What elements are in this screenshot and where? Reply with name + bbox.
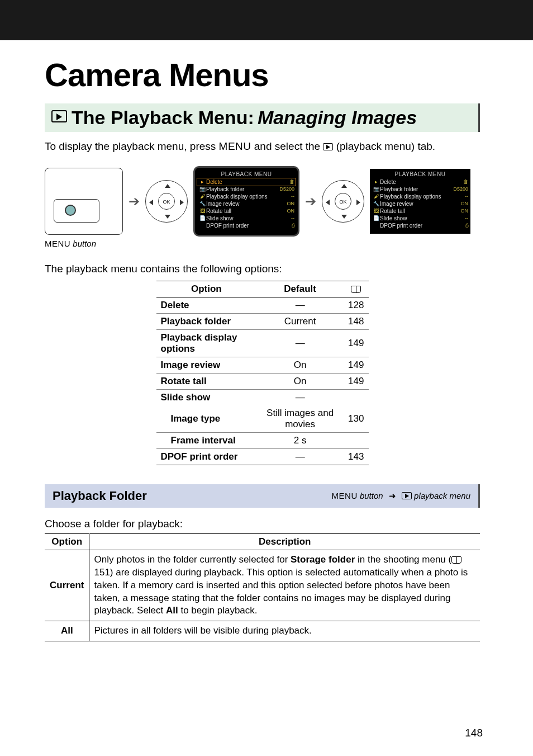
page-title: Camera Menus <box>45 56 480 93</box>
desc-text: Pictures in all folders will be visible … <box>89 621 480 641</box>
playback-icon <box>51 110 67 122</box>
lcd-row-icon: 🔧 <box>198 201 206 207</box>
opt-default: 2 s <box>256 432 344 448</box>
choose-folder-text: Choose a folder for playback: <box>45 518 480 530</box>
lcd-row-value: D5200 <box>451 186 468 192</box>
opt-name: Playback display options <box>156 329 257 357</box>
dpad-up-icon <box>165 184 170 188</box>
lcd-row-label: Slide show <box>206 215 278 221</box>
opt-name: Frame interval <box>156 432 257 448</box>
opt-default: On <box>256 357 344 373</box>
options-intro: The playback menu contains the following… <box>45 263 480 275</box>
desc-text: Only photos in the folder currently sele… <box>89 550 480 621</box>
opt-page <box>344 389 368 405</box>
intro-paragraph: To display the playback menu, press MENU… <box>45 140 480 154</box>
lcd-row-value: -- <box>278 215 294 221</box>
lcd-row-value: -- <box>278 193 294 200</box>
opt-default: Current <box>256 313 344 329</box>
desc-option: All <box>45 621 89 641</box>
lcd-row: DPOF print order⎙ <box>197 222 296 229</box>
lcd-row: 🖼Rotate tallON <box>371 207 469 215</box>
dpad-up-icon-2 <box>341 184 347 188</box>
dpad-diagram-1: OK <box>145 180 188 223</box>
lcd-row-icon: ▸ <box>372 179 380 185</box>
opt-page: 143 <box>344 448 368 465</box>
opt-name: Image type <box>156 405 257 433</box>
opt-page: 149 <box>344 329 368 357</box>
page-number: 148 <box>465 727 483 739</box>
camera-lens <box>65 205 76 216</box>
dpad-left-icon <box>149 200 153 205</box>
opt-page: 149 <box>344 373 368 389</box>
dpad-down-icon-2 <box>341 215 347 219</box>
dpad-right-icon <box>180 200 184 205</box>
lcd-row-icon <box>198 223 206 229</box>
opt-page <box>344 432 368 448</box>
lcd-row-label: DPOF print order <box>206 223 278 229</box>
opt-default: On <box>256 373 344 389</box>
lcd-row-icon: 🖼 <box>198 208 206 214</box>
menu-button-label: MENU <box>219 140 251 152</box>
lcd-row: 📷Playback folderD5200 <box>197 186 296 193</box>
opt-default: — <box>256 329 344 357</box>
description-table: Option Description CurrentOnly photos in… <box>45 533 480 642</box>
playback-tab-icon <box>323 143 333 150</box>
opt-default: — <box>256 297 344 313</box>
lcd-row-value: ON <box>278 201 294 207</box>
caption-button-word: button <box>70 239 96 248</box>
subsection-path: MENU button ➜ playback menu <box>332 491 470 501</box>
table-row: AllPictures in all folders will be visib… <box>45 621 480 641</box>
lcd-row-icon: 📄 <box>198 215 206 221</box>
dpad-left-icon-2 <box>326 200 330 205</box>
lcd-row-label: Playback folder <box>380 186 451 192</box>
lcd-title-2: PLAYBACK MENU <box>371 171 469 177</box>
lcd-row: DPOF print order⎙ <box>371 222 469 229</box>
opt-default: — <box>256 448 344 465</box>
lcd-row-label: Playback folder <box>206 186 278 192</box>
lcd-row: 🖌Playback display options-- <box>197 193 296 200</box>
lcd-screen-2: PLAYBACK MENU ▸Delete🗑📷Playback folderD5… <box>370 169 470 234</box>
menu-button-caption: MENU button <box>45 239 480 248</box>
lcd-row-label: Delete <box>206 179 278 185</box>
path-button-word: button <box>358 491 383 500</box>
lcd-row-icon: 📷 <box>372 186 380 192</box>
dpad-right-icon-2 <box>356 200 360 205</box>
opts-head-default: Default <box>256 281 344 297</box>
lcd-row-icon: ▸ <box>198 179 206 185</box>
lcd-row: ▸Delete🗑 <box>371 178 469 186</box>
intro-text-2: and select the <box>251 140 323 152</box>
lcd-row-label: Rotate tall <box>380 208 451 214</box>
lcd-screen-1: PLAYBACK MENU ▸Delete🗑📷Playback folderD5… <box>193 166 299 237</box>
lcd-row-label: Rotate tall <box>206 208 278 214</box>
table-row: CurrentOnly photos in the folder current… <box>45 550 480 621</box>
lcd-row: 📄Slide show-- <box>197 215 296 222</box>
lcd-row-value: ON <box>278 208 294 214</box>
intro-text-3: (playback menu) tab. <box>333 140 435 152</box>
subsection-bar: Playback Folder MENU button ➜ playback m… <box>45 484 480 508</box>
book-icon <box>351 286 361 293</box>
lcd-row: 🖼Rotate tallON <box>197 207 296 215</box>
opts-head-page <box>344 281 368 297</box>
desc-head-description: Description <box>89 533 480 550</box>
lcd-row: 🔧Image reviewON <box>371 200 469 207</box>
book-icon <box>451 556 461 564</box>
desc-head-option: Option <box>45 533 89 550</box>
dpad-diagram-2: OK <box>322 180 364 223</box>
header-black-bar <box>0 0 533 40</box>
desc-option: Current <box>45 550 89 621</box>
arrow-right-icon: ➔ <box>129 193 140 209</box>
lcd-row-label: Image review <box>380 201 451 207</box>
camera-diagram <box>45 168 123 235</box>
opt-page: 130 <box>344 405 368 433</box>
opts-head-option: Option <box>156 281 257 297</box>
diagram-row: ➔ OK PLAYBACK MENU ▸Delete🗑📷Playback fol… <box>45 166 480 237</box>
opt-page: 148 <box>344 313 368 329</box>
path-playback-label: playback menu <box>412 491 470 500</box>
opt-name: Delete <box>156 297 257 313</box>
path-menu-word: MENU <box>332 491 358 500</box>
lcd-row-icon: 🖌 <box>372 193 380 200</box>
section-heading-bold: The Playback Menu: <box>72 107 254 129</box>
table-row: Rotate tallOn149 <box>156 373 369 389</box>
lcd-row-label: DPOF print order <box>380 223 451 229</box>
ok-button-icon-2: OK <box>335 193 351 210</box>
